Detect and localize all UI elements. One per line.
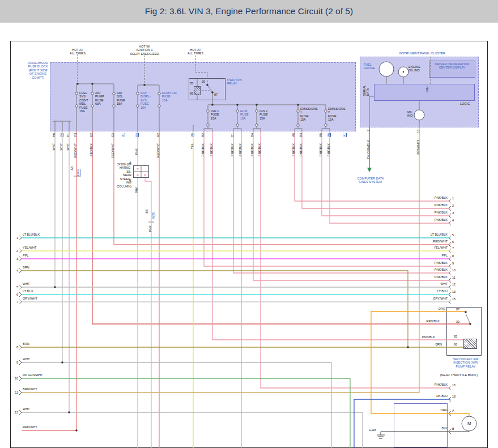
ign-label: IGN [426, 87, 429, 92]
wire-label-pnkblk85: PNK/BLK [407, 335, 435, 339]
pin-x1a[interactable]: X1 [122, 133, 125, 137]
jx206-label: JX206 (I/P HARNE- SS, NEAR STEER- ING CO… [111, 163, 131, 188]
right-pin-number-4: 4 [452, 219, 460, 222]
left-pin-number-6: 6 [12, 293, 18, 296]
fuse-emissions-1: EMISSIONS 1 FUSE 15A [300, 107, 321, 122]
left-wire-label-3: PPL [23, 254, 68, 257]
pin-a6a[interactable]: A6 [191, 133, 194, 137]
wlbl-redwht2: RED/WHT [112, 143, 115, 158]
left-pin-number-7: 7 [12, 300, 18, 304]
hot-at-all-times-1: HOT AT ALL TIMES [63, 48, 92, 56]
motor-m-label: M [467, 421, 473, 426]
fuel-gauge-label[interactable]: FUEL GAUGE [364, 63, 378, 70]
right-wire-label-5: LT BLU/BLK [418, 233, 448, 236]
wlbl-yel: YEL [191, 143, 194, 149]
page: Fig 2: 3.6L VIN 3, Engine Performance Ci… [0, 0, 498, 448]
label-layer: UNDERHOOD FUSE BLOCK (RIGHT SIDE OF ENGI… [0, 0, 498, 448]
relay-pin-86: 86 [190, 92, 195, 95]
wire-label-redblk: RED/BLK [411, 319, 440, 323]
right-wire-label-4: PNK/BLK [418, 218, 448, 221]
wlbl-pb2: PNK/BLK [210, 143, 214, 156]
wlbl-pb3: PNK/BLK [231, 143, 235, 156]
computer-data-lines[interactable]: COMPUTER DATA LINES SYSTEM [347, 177, 394, 184]
fuse-air-sol: AIR SOL FUSE 15A [117, 91, 131, 106]
conn-x200[interactable]: X200 [77, 169, 80, 177]
right-wire-label-6: RED/WHT [418, 240, 448, 243]
left-pin-number-2: 2 [12, 249, 18, 253]
right-wire-label-13: LT BLU [418, 289, 448, 293]
left-wire-label-12: WHT [23, 407, 68, 411]
left-pin-number-8: 8 [12, 345, 18, 349]
left-wire-label-9: WHT [23, 357, 68, 361]
wlbl-pb5: PNK/BLK [251, 143, 254, 156]
near-throttle-body: (NEAR THROTTLE BODY) [429, 373, 488, 377]
mil-ind-label: MIL IND [407, 110, 419, 118]
cluster-title[interactable]: INSTRUMENT PANEL CLUSTER [374, 52, 470, 55]
pin-13: 13 [417, 130, 420, 133]
left-wire-label-8: BRN [23, 342, 68, 345]
wlbl-redwht1: RED/WHT [74, 143, 78, 158]
left-wire-label-x12: RED/WHT [23, 425, 68, 429]
wlbl-redwht3: RED/WHT [157, 143, 160, 158]
pwr-trn-relay-label[interactable]: PWR/TRN RELAY [227, 78, 249, 86]
pin-k4[interactable]: K4 [60, 133, 63, 137]
fuse-ecm[interactable]: ECM FUSE 15A [240, 109, 254, 120]
right-pin-number-1: 1 [452, 197, 460, 200]
wlbl-brnwht: BRN/WHT [417, 140, 420, 155]
hot-at-all-times-2: HOT AT ALL TIMES [181, 48, 210, 56]
air-relay-pin-87: 87 [456, 308, 462, 311]
right-wire-label-8: PPL [418, 254, 448, 257]
underhood-fuse-block-label[interactable]: UNDERHOOD FUSE BLOCK (RIGHT SIDE OF ENGI… [23, 61, 53, 79]
wlbl-dkgrnblk: DK GRN/BLK [367, 140, 371, 159]
left-pin-number-1: 1 [12, 236, 18, 240]
air-relay-pin-85: 85 [454, 335, 459, 338]
right-wire-label-11: PNK/BLK [418, 275, 448, 279]
pin-2: 2 [367, 130, 371, 131]
right-wire-label-3: PNK/BLK [418, 211, 448, 214]
left-pin-number-9: 9 [12, 361, 18, 364]
right-wire-label-A: ORG [418, 408, 448, 412]
fuse-ign2: IGN 2 FUSE 15A [259, 109, 273, 120]
wlbl-pnk-a: PNK [135, 148, 139, 155]
pin-x1b[interactable]: X1 [343, 133, 347, 137]
pin-a6b[interactable]: A6 [327, 133, 331, 137]
left-pin-number-12: 12 [12, 411, 18, 414]
fuse-ecm-tcm[interactable]: ECM/TCM FUSE 15A [162, 91, 181, 102]
pin-b3: B3 [300, 133, 303, 137]
pin-b8: B8 [146, 210, 149, 214]
wire-label-org: ORG [417, 307, 445, 310]
pin-a5: A5 [292, 133, 296, 137]
driver-info-center-label[interactable]: DRIVER INFORMATION CENTER DISPLAY [429, 62, 475, 70]
right-pin-number-11: 11 [452, 276, 460, 279]
relay-pin-87: 87 [214, 93, 220, 96]
left-pin-number-4: 4 [12, 269, 18, 272]
fuse-sir-displays[interactable]: SIR/ DISPL- AYS FUSE 10A [141, 91, 155, 109]
left-wire-label-7: GRY/WHT [23, 297, 68, 300]
wlbl-pnk-x230: PNK [149, 225, 152, 232]
wlbl-pb10: PNK/BLK [327, 143, 331, 156]
left-wire-label-1: LT BLU/BLK [23, 233, 68, 236]
wire-label-brn86: BRN [414, 343, 442, 346]
left-wire-label-4: BRN [23, 266, 68, 269]
wlbl-redblk: RED/BLK [90, 143, 93, 157]
pin-a3: A3 [71, 167, 74, 170]
g115-label: G115 [363, 428, 376, 432]
logic-label: LOGIC [460, 102, 475, 105]
right-wire-label-18: DK BLU [418, 394, 448, 398]
pin-b5: B5 [320, 133, 323, 137]
air-relay-pin-86: 86 [454, 343, 459, 346]
fuse-air-pump: AIR PUMP FUSE 60A [95, 91, 110, 106]
left-pin-number-3: 3 [12, 257, 18, 261]
engine-oil-ind-label: ENGINE OIL IND [408, 65, 425, 72]
wlbl-wht3: WHT [67, 143, 70, 151]
left-wire-label-5: WHT [23, 282, 68, 285]
wlbl-pb9: PNK/BLK [320, 143, 323, 156]
conn-x230[interactable]: X230 [152, 212, 155, 219]
fuse-ign1: IGN 1 FUSE 15A [211, 109, 224, 120]
pin-k4b[interactable]: K4 [135, 133, 139, 137]
air-relay-label[interactable]: SECONDARY AIR INJECTION (AIR) PUMP RELAY [445, 357, 486, 368]
pin-b4: B4 [251, 133, 254, 137]
left-wire-label-2: YEL/WHT [23, 246, 68, 249]
wlbl-pb8: PNK/BLK [300, 143, 303, 156]
pin-b1: B1 [231, 133, 235, 137]
